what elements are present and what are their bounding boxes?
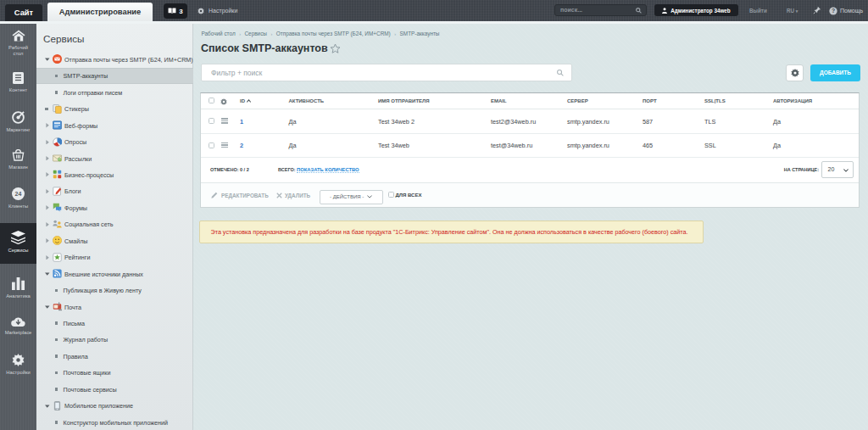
svg-text:@: @ [58, 157, 61, 161]
svg-text:24: 24 [15, 191, 22, 197]
svg-text:?: ? [832, 8, 835, 14]
